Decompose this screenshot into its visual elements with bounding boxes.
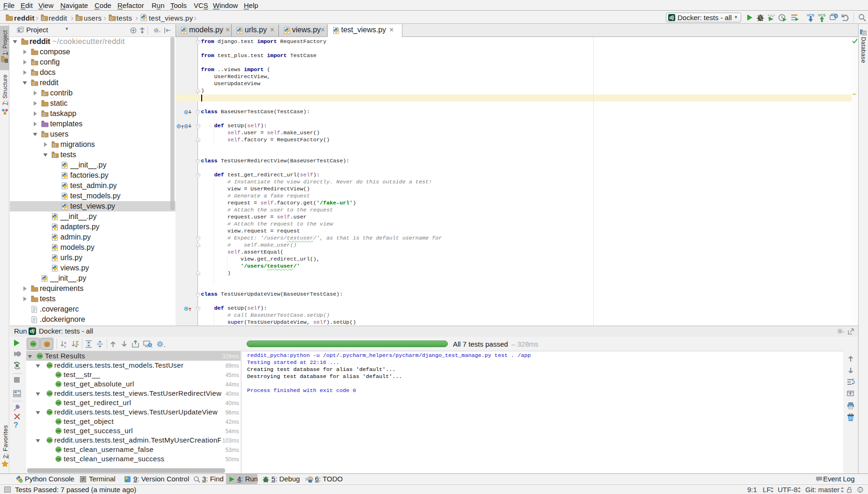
svg-text:z: z [64,344,66,348]
